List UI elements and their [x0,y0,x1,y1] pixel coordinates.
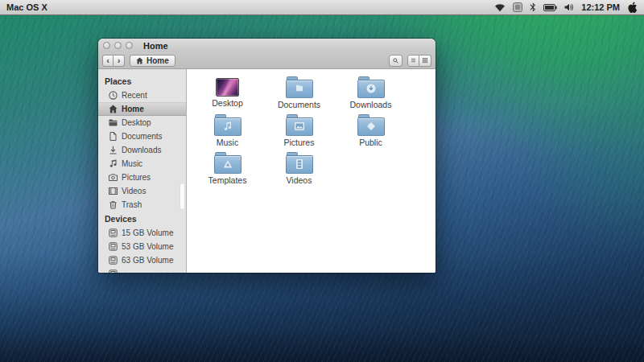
file-view[interactable]: Desktop Documents [187,69,436,273]
templates-emblem-icon [223,159,233,168]
file-label: Videos [287,175,312,185]
forward-button[interactable]: › [114,55,125,67]
sidebar-item-desktop[interactable]: Desktop [98,116,186,130]
sidebar-item-label: 63 GB Volume [122,256,173,265]
drive-icon [109,269,118,273]
drive-icon [109,228,118,237]
file-item-desktop[interactable]: Desktop [192,76,263,114]
path-home-button[interactable]: Home [130,55,175,67]
sidebar-item-volume-partial[interactable] [98,267,186,273]
folder-icon-music [214,114,242,136]
folder-icon-templates [214,152,242,174]
search-button[interactable] [389,55,402,67]
file-item-templates[interactable]: Templates [192,152,263,190]
sidebar-item-label: 53 GB Volume [122,242,173,251]
places-header: Places [98,74,186,88]
file-label: Desktop [212,98,243,108]
file-item-pictures[interactable]: Pictures [263,114,335,152]
menu-clock[interactable]: 12:12 PM [581,2,620,12]
file-item-downloads[interactable]: Downloads [335,76,407,114]
status-icons: 12:12 PM [494,2,638,13]
sidebar-item-label: Music [122,159,142,168]
drive-icon [109,242,118,251]
sidebar-item-volume-63gb[interactable]: 63 GB Volume [98,253,186,267]
videos-emblem-icon [295,158,303,169]
home-icon [136,57,143,64]
sidebar-item-music[interactable]: Music [98,157,186,171]
folder-icon [109,118,118,127]
maximize-button[interactable] [126,42,133,49]
file-label: Music [217,138,238,147]
file-item-music[interactable]: Music [192,114,263,152]
sidebar-item-recent[interactable]: Recent [98,88,186,102]
sidebar-scrollbar[interactable] [180,183,184,209]
public-emblem-icon [366,121,376,131]
sidebar-item-trash[interactable]: Trash [98,198,186,212]
sidebar-item-pictures[interactable]: Pictures [98,171,186,184]
history-nav: ‹ › [102,55,125,67]
file-item-public[interactable]: Public [335,114,407,152]
sidebar-item-label: Documents [122,132,163,141]
file-label: Downloads [350,100,392,109]
back-chevron-icon: ‹ [106,56,109,65]
sidebar: Places Recent Home Desktop Documents [98,69,187,273]
folder-icon-pictures [286,114,313,136]
folder-icon-public [357,114,385,136]
drive-icon [109,256,118,265]
sidebar-item-volume-53gb[interactable]: 53 GB Volume [98,240,186,253]
window-controls [103,42,133,49]
keyboard-layout-icon[interactable] [513,2,522,12]
menu-bar: Mac OS X 12:12 PM [0,0,644,15]
clock-icon [109,91,118,100]
sidebar-item-label: Trash [122,200,142,209]
window-title: Home [143,41,168,51]
minimize-button[interactable] [114,42,122,49]
window-titlebar[interactable]: Home [98,39,436,52]
sidebar-item-videos[interactable]: Videos [98,184,186,198]
path-home-label: Home [147,56,169,65]
window-body: Places Recent Home Desktop Documents [98,69,436,273]
battery-icon[interactable] [543,4,557,11]
forward-chevron-icon: › [118,56,121,65]
desktop-thumbnail-icon [216,78,239,97]
sidebar-item-downloads[interactable]: Downloads [98,143,186,157]
file-label: Templates [208,175,247,185]
volume-icon[interactable] [564,3,574,11]
sidebar-item-volume-15gb[interactable]: 15 GB Volume [98,226,186,240]
file-item-documents[interactable]: Documents [263,76,335,114]
trash-icon [109,200,118,209]
back-button[interactable]: ‹ [102,55,114,67]
search-icon [393,57,398,64]
music-emblem-icon [223,121,232,131]
file-grid: Desktop Documents [192,76,436,190]
music-note-icon [109,159,118,168]
file-label: Public [359,138,382,147]
file-label: Pictures [284,138,315,147]
sidebar-item-label: Videos [122,187,146,195]
bluetooth-icon[interactable] [530,2,536,12]
desktop-wallpaper: Mac OS X 12:12 PM [0,0,644,362]
apple-logo-icon[interactable] [627,2,638,13]
wifi-icon[interactable] [494,3,506,12]
app-menu-title[interactable]: Mac OS X [6,2,47,12]
sidebar-item-label: Home [122,105,144,113]
file-item-videos[interactable]: Videos [263,152,335,190]
grid-view-button[interactable] [419,55,431,67]
sidebar-item-documents[interactable]: Documents [98,130,186,143]
download-icon [109,146,118,154]
sidebar-item-label: Recent [122,91,147,100]
list-view-button[interactable] [407,55,419,67]
documents-emblem-icon [295,84,304,93]
folder-icon-downloads [357,76,385,98]
close-button[interactable] [103,42,110,49]
sidebar-item-label: Downloads [122,146,161,154]
sidebar-item-home[interactable]: Home [98,102,186,116]
camera-icon [109,173,118,182]
downloads-emblem-icon [365,83,376,93]
folder-icon-videos [286,152,313,174]
window-toolbar: ‹ › Home [98,52,436,69]
home-icon [109,105,118,113]
sidebar-item-label: Pictures [122,173,151,182]
folder-icon-documents [286,76,313,98]
grid-view-icon [423,57,427,64]
